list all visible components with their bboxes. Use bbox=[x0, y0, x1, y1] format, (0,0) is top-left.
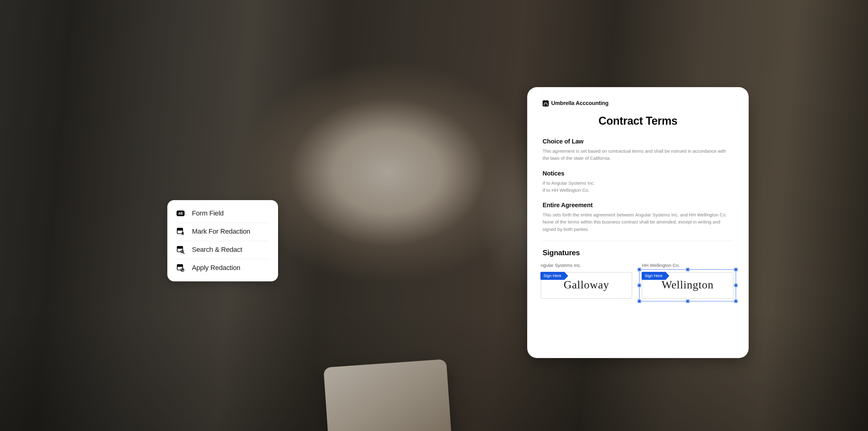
sign-here-label: Sign Here bbox=[540, 272, 564, 280]
resize-handle-bottom-mid[interactable] bbox=[686, 300, 689, 303]
notice-line: If to HH Wellington Co. bbox=[542, 186, 733, 194]
section-heading: Entire Agreement bbox=[542, 202, 733, 209]
menu-item-label: Apply Redaction bbox=[192, 264, 240, 272]
svg-rect-8 bbox=[177, 264, 183, 267]
sign-here-arrow-icon bbox=[665, 272, 669, 280]
brand-name: Umbrella Acccounting bbox=[551, 100, 609, 107]
sign-here-label: Sign Here bbox=[642, 272, 665, 280]
section-heading: Choice of Law bbox=[542, 138, 733, 145]
resize-handle-bottom-right[interactable] bbox=[735, 300, 737, 303]
document-brand: Umbrella Acccounting bbox=[542, 100, 733, 107]
form-field-icon: AB bbox=[176, 209, 185, 218]
notice-line: If to Angular Systems Inc. bbox=[542, 179, 733, 186]
resize-handle-top-mid[interactable] bbox=[686, 268, 689, 271]
search-redact-icon bbox=[176, 245, 185, 254]
menu-item-form-field[interactable]: AB Form Field bbox=[167, 204, 278, 223]
mark-redaction-icon bbox=[176, 227, 185, 236]
signature-party-name: HH Wellington Co. bbox=[642, 263, 733, 268]
sign-here-tag[interactable]: Sign Here bbox=[642, 272, 669, 280]
signatures-heading: Signatures bbox=[542, 249, 733, 257]
signature-field[interactable]: Sign Here Wellington bbox=[642, 272, 733, 298]
resize-handle-top-right[interactable] bbox=[735, 268, 737, 271]
section-entire-agreement: Entire Agreement This sets forth the ent… bbox=[542, 202, 733, 233]
document-title: Contract Terms bbox=[542, 115, 733, 127]
svg-rect-3 bbox=[177, 228, 183, 230]
resize-handle-mid-left[interactable] bbox=[638, 284, 641, 287]
section-body: This sets forth the entire agreement bet… bbox=[542, 211, 733, 233]
divider bbox=[542, 241, 733, 241]
resize-handle-mid-right[interactable] bbox=[735, 284, 737, 287]
resize-handle-top-left[interactable] bbox=[638, 268, 641, 271]
contract-document-card: Umbrella Acccounting Contract Terms Choi… bbox=[527, 87, 749, 358]
svg-text:AB: AB bbox=[178, 212, 183, 215]
menu-item-mark-for-redaction[interactable]: Mark For Redaction bbox=[167, 223, 278, 241]
section-body: This agreement is set based on contractu… bbox=[542, 147, 733, 162]
signature-column-angular: ngular Systems Inc. Sign Here Galloway bbox=[541, 263, 632, 298]
menu-item-label: Mark For Redaction bbox=[192, 228, 250, 235]
sign-here-arrow-icon bbox=[564, 272, 568, 280]
resize-handle-bottom-left[interactable] bbox=[638, 300, 641, 303]
sign-here-tag[interactable]: Sign Here bbox=[540, 272, 568, 280]
menu-item-apply-redaction[interactable]: Apply Redaction bbox=[167, 259, 278, 277]
signature-column-wellington: HH Wellington Co. Sign Here Wellington bbox=[642, 263, 733, 298]
apply-redaction-icon bbox=[176, 263, 185, 272]
signature-party-name: ngular Systems Inc. bbox=[541, 263, 632, 268]
signature-glyph: Galloway bbox=[564, 278, 609, 291]
section-choice-of-law: Choice of Law This agreement is set base… bbox=[542, 138, 733, 162]
svg-rect-5 bbox=[177, 246, 183, 249]
redaction-tools-menu: AB Form Field Mark For Redaction Search … bbox=[167, 200, 278, 281]
signatures-row: ngular Systems Inc. Sign Here Galloway H… bbox=[541, 263, 733, 298]
umbrella-logo-icon bbox=[542, 100, 549, 107]
menu-item-search-and-redact[interactable]: Search & Redact bbox=[167, 241, 278, 259]
signature-field[interactable]: Sign Here Galloway bbox=[541, 272, 632, 298]
signature-glyph: Wellington bbox=[661, 278, 714, 291]
menu-item-label: Search & Redact bbox=[192, 246, 242, 254]
menu-item-label: Form Field bbox=[192, 209, 224, 217]
section-notices: Notices If to Angular Systems Inc. If to… bbox=[542, 170, 733, 194]
section-body: If to Angular Systems Inc. If to HH Well… bbox=[542, 179, 733, 194]
section-heading: Notices bbox=[542, 170, 733, 177]
